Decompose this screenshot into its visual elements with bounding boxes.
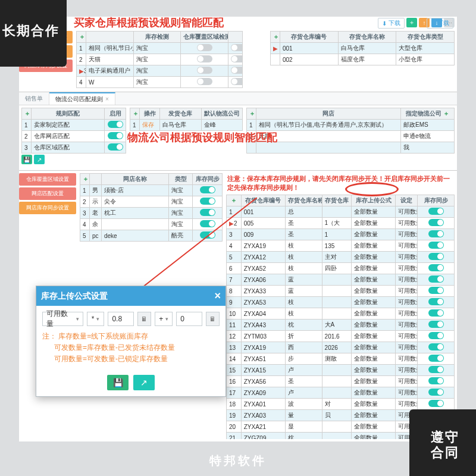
toggle[interactable] [428, 321, 444, 328]
op-add-select[interactable]: + [155, 312, 173, 326]
toggle[interactable] [428, 242, 444, 249]
table-row[interactable]: 5pcdeke酷亮 [80, 230, 223, 242]
add-row-icon[interactable]: ＋ [273, 33, 279, 40]
toggle[interactable] [200, 220, 215, 227]
table-row[interactable]: 002福度仓库小型仓库 [271, 54, 455, 65]
table-row[interactable]: 14ZYXA51步测散全部数量可用数量*0.6 [227, 353, 455, 365]
toggle[interactable] [428, 253, 444, 260]
toggle[interactable] [200, 198, 215, 205]
table-row[interactable]: 17ZYXA09卢全部数量可用数量*0.6 [227, 387, 455, 399]
toggle[interactable] [197, 78, 212, 85]
table-row[interactable]: 12ZYTM03折201.6全部数量可用数量*0.6 [227, 331, 455, 342]
add-button[interactable]: ＋ [406, 18, 417, 27]
btn-warehouse-area[interactable]: 仓库覆盖区域设置 [19, 173, 76, 186]
toggle[interactable] [197, 67, 212, 74]
btn-store-sync[interactable]: 网店库存同步设置 [19, 202, 76, 214]
table-row[interactable]: ▶2005圣1（大全部数量可用数量*1 [227, 218, 455, 229]
table-row[interactable]: 3仓库区域匹配 [22, 142, 126, 154]
export-icon[interactable]: ↗ [34, 155, 45, 164]
calculator-icon[interactable]: 🖩 [206, 312, 220, 326]
table-row[interactable]: 18ZYXA01波对全部数量可用数量*0.6 [227, 399, 455, 410]
table-row[interactable]: 1男须验·店淘宝 [80, 185, 223, 196]
toggle[interactable] [231, 44, 243, 51]
toggle[interactable] [428, 355, 444, 362]
btn-store-match[interactable]: 网店匹配设置 [19, 187, 76, 200]
table-row[interactable]: 1001总全部数量可用数量*0.6 [227, 206, 455, 218]
export-button[interactable]: ↗ [133, 375, 155, 390]
table-row[interactable]: 2天猫淘宝 [77, 54, 243, 65]
toggle[interactable] [428, 389, 444, 396]
val-add-input[interactable]: 0 [176, 312, 202, 326]
table-row[interactable]: 2天猫申通e物流 [247, 131, 455, 142]
toggle[interactable] [231, 78, 243, 85]
add-icon[interactable]: ＋ [443, 110, 449, 117]
col-area-check: 仓库覆盖区域检测 [181, 32, 228, 43]
toggle[interactable] [231, 67, 243, 74]
toggle[interactable] [428, 343, 444, 350]
qty-select[interactable]: 可用数量 [42, 312, 83, 326]
table-row[interactable]: 2仓库网店匹配 [22, 131, 126, 142]
val-mul-input[interactable]: 0.8 [108, 312, 133, 326]
toggle[interactable] [428, 275, 444, 283]
add-row-icon[interactable]: ＋ [79, 33, 85, 40]
toggle[interactable] [197, 44, 212, 51]
table-row[interactable]: ▶3电子采购通用户淘宝 [77, 65, 243, 77]
toggle[interactable] [428, 332, 444, 339]
table-row[interactable]: 1相同（明礼节日小值,电子商务通用户,京东测试）邮政EMS [247, 120, 455, 131]
save-icon[interactable]: 💾 [21, 155, 32, 164]
add-row-icon[interactable]: ＋ [231, 197, 237, 203]
toggle[interactable] [108, 143, 123, 151]
table-row[interactable]: 4余淘宝 [80, 219, 223, 230]
add-row-icon[interactable]: ＋ [83, 176, 89, 182]
table-row[interactable]: 15ZYXA15卢全部数量可用数量*0.6 [227, 365, 455, 376]
table-row[interactable]: 3009圣1全部数量可用数量*0.6 [227, 229, 455, 240]
table-row[interactable]: 2示尖令淘宝 [80, 196, 223, 208]
toggle[interactable] [428, 287, 444, 294]
table-row[interactable]: 16ZYXA56圣全部数量可用数量*0.6 [227, 376, 455, 387]
toggle[interactable] [200, 186, 215, 193]
tab-logistics-rules[interactable]: 物流公司匹配规则× [49, 92, 115, 105]
table-row[interactable]: 11ZYXA43枕大A全部数量可用数量*0.6 [227, 320, 455, 331]
add-row-icon[interactable]: ＋ [249, 110, 255, 117]
table-row[interactable]: 9ZYXA53枝全部数量可用数量*0.6 [227, 297, 455, 308]
download-button[interactable]: ⬇ 下载 [427, 18, 453, 29]
table-row[interactable]: 我 [247, 142, 455, 154]
add-row-icon[interactable]: ＋ [133, 110, 139, 117]
toggle[interactable] [428, 366, 444, 373]
toggle[interactable] [197, 55, 212, 62]
toggle[interactable] [428, 219, 444, 226]
table-row[interactable]: 5ZYXA12枝主对全部数量可用数量*0.6 [227, 252, 455, 263]
download-button[interactable]: ⬇ 下载 [378, 18, 405, 29]
calculator-icon[interactable]: 🖩 [137, 312, 152, 326]
close-icon[interactable]: × [214, 290, 221, 302]
table-row[interactable]: 1保存白马仓库金峰 [130, 120, 243, 131]
toggle[interactable] [428, 309, 444, 317]
table-row[interactable]: 13ZYXA19西2026全部数量可用数量*0.6 [227, 342, 455, 353]
tab-sales-order[interactable]: 销售单 [19, 92, 49, 105]
toggle[interactable] [428, 230, 444, 237]
table-row[interactable]: 4W淘宝 [77, 77, 243, 88]
table-row[interactable]: 1相同（明礼节日小值）淘宝 [77, 43, 243, 54]
add-row-icon[interactable]: ＋ [24, 110, 30, 117]
table-row[interactable]: 6ZYXA52枝四卧全部数量可用数量*0.6 [227, 263, 455, 274]
toggle[interactable] [428, 377, 444, 384]
toggle[interactable] [200, 231, 215, 239]
toggle[interactable] [200, 209, 215, 216]
op-mul-select[interactable]: * [87, 312, 105, 326]
table-row[interactable]: 10ZYXA04枝全部数量可用数量*0.6 [227, 308, 455, 320]
toggle[interactable] [428, 264, 444, 271]
save-button[interactable]: 💾 [107, 375, 129, 390]
toggle[interactable] [428, 208, 444, 215]
toggle[interactable] [231, 55, 243, 62]
toggle[interactable] [108, 132, 123, 139]
table-row[interactable]: 8ZYXA33蓝全部数量可用数量*0.6 [227, 286, 455, 297]
toggle[interactable] [428, 400, 444, 407]
toggle[interactable] [428, 298, 444, 305]
table-row[interactable]: 1卖家制定匹配 [22, 120, 126, 131]
table-row[interactable]: 3老枕工淘宝 [80, 208, 223, 219]
table-row[interactable]: ▶001白马仓库大型仓库 [271, 43, 455, 54]
toggle[interactable] [108, 121, 123, 128]
table-row[interactable]: 7ZYXA06蓝全部数量可用数量*0.6 [227, 274, 455, 286]
close-icon[interactable]: × [105, 96, 109, 102]
table-row[interactable]: 4ZYXA19枝135全部数量可用数量*0.6 [227, 240, 455, 252]
